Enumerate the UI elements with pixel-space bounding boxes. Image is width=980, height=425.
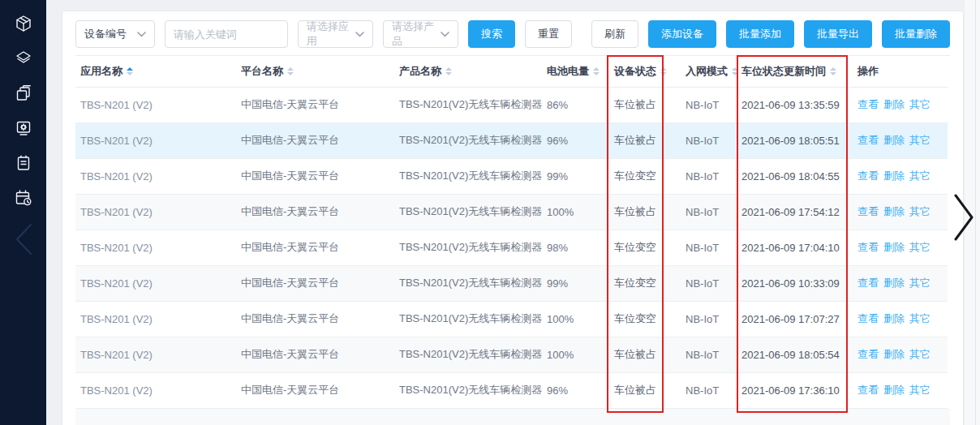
toolbar: 设备编号 请选择应用 请选择产品 搜索 重置 刷新 添加设备 批量添加 批量导出… bbox=[62, 11, 963, 55]
more-link[interactable]: 其它 bbox=[909, 241, 931, 253]
view-link[interactable]: 查看 bbox=[858, 241, 879, 253]
view-link[interactable]: 查看 bbox=[858, 312, 879, 324]
cube-3d-icon bbox=[14, 14, 33, 33]
table-row: TBS-N201 (V2)中国电信-天翼云平台TBS-N201(V2)无线车辆检… bbox=[75, 158, 948, 194]
table-header-row: 应用名称平台名称产品名称电池电量设备状态入网模式车位状态更新时间操作 bbox=[75, 56, 948, 87]
sidebar-item-monitor[interactable] bbox=[13, 118, 34, 139]
batch-add-button[interactable]: 批量添加 bbox=[726, 20, 794, 48]
sidebar-item-records[interactable] bbox=[13, 152, 34, 174]
cell-device_status: 车位被占 bbox=[609, 122, 681, 158]
add-device-button[interactable]: 添加设备 bbox=[648, 20, 716, 48]
product-select[interactable]: 请选择产品 bbox=[383, 20, 458, 48]
table-row: TBS-N201 (V2)中国电信-天翼云平台TBS-N201(V2)无线车辆检… bbox=[75, 337, 948, 372]
cell-platform_name: 中国电信-天翼云平台 bbox=[236, 265, 394, 301]
delete-link[interactable]: 删除 bbox=[883, 348, 905, 360]
cell-status_updated_at: 2021-06-09 13:35:59 bbox=[737, 87, 853, 122]
column-header-actions: 操作 bbox=[853, 56, 948, 87]
cell-battery: 100% bbox=[542, 337, 609, 372]
delete-link[interactable]: 删除 bbox=[883, 277, 905, 289]
cell-battery: 96% bbox=[542, 372, 609, 408]
more-link[interactable]: 其它 bbox=[909, 384, 931, 396]
view-link[interactable]: 查看 bbox=[858, 98, 879, 110]
cell-platform_name: 中国电信-天翼云平台 bbox=[236, 230, 394, 265]
cell-device_status: 车位被占 bbox=[609, 337, 681, 372]
column-header-network_mode[interactable]: 入网模式 bbox=[681, 56, 737, 87]
cell-actions: 查看删除其它 bbox=[853, 301, 948, 337]
sidebar-item-applications[interactable] bbox=[13, 48, 34, 69]
cell-status_updated_at: 2021-06-09 18:05:54 bbox=[737, 337, 853, 372]
view-link[interactable]: 查看 bbox=[858, 205, 879, 217]
column-header-platform_name[interactable]: 平台名称 bbox=[236, 56, 394, 87]
cell-status_updated_at: 2021-06-09 18:04:55 bbox=[737, 158, 853, 194]
more-link[interactable]: 其它 bbox=[909, 205, 931, 217]
refresh-button[interactable]: 刷新 bbox=[591, 20, 638, 48]
reset-button[interactable]: 重置 bbox=[525, 20, 572, 48]
app-select[interactable]: 请选择应用 bbox=[298, 20, 373, 48]
delete-link[interactable]: 删除 bbox=[883, 241, 905, 253]
cell-actions: 查看删除其它 bbox=[853, 194, 948, 230]
cell-battery: 86% bbox=[542, 87, 609, 122]
column-label: 电池电量 bbox=[547, 64, 589, 79]
more-link[interactable]: 其它 bbox=[909, 348, 931, 360]
more-link[interactable]: 其它 bbox=[909, 170, 931, 182]
cell-app_name: TBS-N201 (V2) bbox=[75, 372, 236, 408]
more-link[interactable]: 其它 bbox=[909, 134, 931, 146]
cell-product_name: TBS-N201(V2)无线车辆检测器 bbox=[394, 372, 542, 408]
cell-actions: 查看删除其它 bbox=[853, 372, 948, 408]
table-row: TBS-N201 (V2)中国电信-天翼云平台TBS-N201(V2)无线车辆检… bbox=[75, 301, 948, 337]
cell-battery: 100% bbox=[542, 301, 609, 337]
view-link[interactable]: 查看 bbox=[858, 348, 879, 360]
cell-status_updated_at: 2021-06-09 18:05:51 bbox=[737, 122, 853, 158]
delete-link[interactable]: 删除 bbox=[883, 170, 905, 182]
clipboard-list-icon bbox=[14, 153, 33, 173]
more-link[interactable]: 其它 bbox=[909, 277, 931, 289]
delete-link[interactable]: 删除 bbox=[883, 134, 905, 146]
expand-panel-button[interactable] bbox=[952, 192, 975, 246]
sidebar-item-schedule[interactable] bbox=[13, 187, 34, 208]
column-header-battery[interactable]: 电池电量 bbox=[542, 56, 609, 87]
cell-platform_name: 中国电信-天翼云平台 bbox=[236, 87, 394, 122]
view-link[interactable]: 查看 bbox=[858, 277, 879, 289]
cell-network_mode: NB-IoT bbox=[681, 372, 737, 408]
cell-battery: 99% bbox=[542, 158, 609, 194]
view-link[interactable]: 查看 bbox=[858, 384, 879, 396]
table-row: TBS-N201 (V2)中国电信-天翼云平台TBS-N201(V2)无线车辆检… bbox=[75, 372, 948, 408]
app-select-placeholder: 请选择应用 bbox=[307, 19, 355, 49]
sort-carets-icon bbox=[287, 67, 294, 75]
column-header-product_name[interactable]: 产品名称 bbox=[394, 56, 542, 87]
sidebar-item-products[interactable] bbox=[13, 83, 34, 104]
cell-device_status: 车位被占 bbox=[609, 194, 681, 230]
sidebar-collapse-handle[interactable] bbox=[13, 229, 34, 250]
cell-platform_name: 中国电信-天翼云平台 bbox=[236, 372, 394, 408]
column-label: 平台名称 bbox=[241, 64, 283, 79]
cell-app_name: TBS-N201 (V2) bbox=[75, 122, 236, 158]
cell-network_mode: NB-IoT bbox=[681, 194, 737, 230]
cell-product_name: TBS-N201(V2)无线车辆检测器 bbox=[394, 230, 542, 265]
cell-product_name: TBS-N201(V2)无线车辆检测器 bbox=[394, 194, 542, 230]
cell-network_mode: NB-IoT bbox=[681, 122, 737, 158]
column-header-app_name[interactable]: 应用名称 bbox=[75, 56, 236, 87]
chevron-down-icon bbox=[441, 32, 449, 37]
view-link[interactable]: 查看 bbox=[858, 134, 879, 146]
delete-link[interactable]: 删除 bbox=[883, 384, 905, 396]
search-button[interactable]: 搜索 bbox=[468, 20, 515, 48]
cell-product_name: TBS-N201(V2)无线车辆检测器 bbox=[394, 265, 542, 301]
more-link[interactable]: 其它 bbox=[909, 312, 931, 324]
sidebar-item-devices[interactable] bbox=[13, 13, 34, 34]
cell-platform_name: 中国电信-天翼云平台 bbox=[236, 337, 394, 372]
search-field-select[interactable]: 设备编号 bbox=[75, 20, 155, 48]
pages-stack-icon bbox=[14, 84, 33, 103]
batch-export-button[interactable]: 批量导出 bbox=[804, 20, 872, 48]
delete-link[interactable]: 删除 bbox=[883, 205, 905, 217]
table-row: TBS-N201 (V2)中国电信-天翼云平台TBS-N201(V2)无线车辆检… bbox=[75, 194, 948, 230]
column-header-device_status[interactable]: 设备状态 bbox=[609, 56, 681, 87]
more-link[interactable]: 其它 bbox=[909, 98, 931, 110]
column-header-status_updated_at[interactable]: 车位状态更新时间 bbox=[737, 56, 853, 87]
delete-link[interactable]: 删除 bbox=[883, 312, 905, 324]
delete-link[interactable]: 删除 bbox=[883, 98, 905, 110]
view-link[interactable]: 查看 bbox=[858, 170, 879, 182]
batch-delete-button[interactable]: 批量删除 bbox=[882, 20, 950, 48]
cell-platform_name: 中国电信-天翼云平台 bbox=[236, 301, 394, 337]
keyword-input[interactable] bbox=[165, 20, 288, 48]
calendar-clock-icon bbox=[14, 188, 33, 208]
